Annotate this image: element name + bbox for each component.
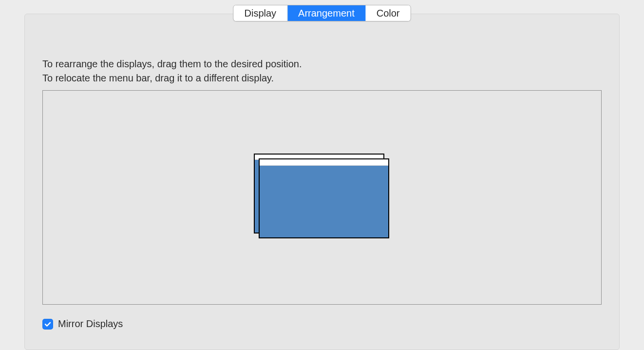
tab-arrangement[interactable]: Arrangement: [287, 5, 366, 21]
tab-display[interactable]: Display: [234, 5, 288, 21]
mirror-displays-row: Mirror Displays: [42, 318, 123, 330]
display-arrangement-area[interactable]: [42, 90, 602, 305]
arrangement-panel: To rearrange the displays, drag them to …: [24, 14, 620, 350]
instruction-line-1: To rearrange the displays, drag them to …: [42, 57, 302, 71]
instruction-line-2: To relocate the menu bar, drag it to a d…: [42, 71, 302, 85]
mirror-displays-label: Mirror Displays: [58, 318, 123, 330]
display-front[interactable]: [259, 158, 389, 238]
checkmark-icon: [44, 320, 52, 328]
instructions-text: To rearrange the displays, drag them to …: [42, 57, 302, 85]
tab-color[interactable]: Color: [366, 5, 411, 21]
tab-bar: Display Arrangement Color: [233, 5, 411, 21]
menu-bar-front[interactable]: [260, 159, 388, 166]
mirrored-displays-stack[interactable]: [254, 154, 390, 241]
mirror-displays-checkbox[interactable]: [42, 319, 53, 330]
